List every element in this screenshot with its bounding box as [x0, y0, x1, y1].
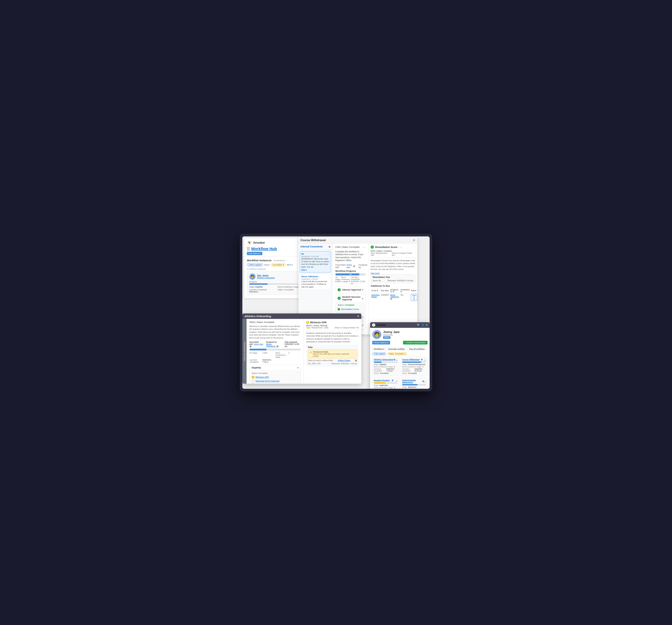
- financial-aid-chevron-btn[interactable]: ▾: [362, 324, 363, 327]
- profile-brand: J Jenzabar: [372, 323, 386, 327]
- col-todo[interactable]: To Do ⇅: [371, 288, 380, 293]
- wf-card-link-icon[interactable]: ⊞: [394, 358, 395, 361]
- remed-meta-row: Type: Requirement - Test Show in Campus …: [371, 252, 415, 256]
- person-options-btn[interactable]: Person options ▾: [372, 341, 390, 344]
- remediation-score-link[interactable]: ✓ Remediation Score: [338, 307, 363, 311]
- mgpa-status: MiGP1 | Status: Warning: [306, 324, 359, 327]
- ath-assigned: Assigned by: Minnie CMAAdmin ⊞: [266, 341, 282, 348]
- brand-name: Jenzabar: [253, 241, 265, 244]
- cw-assigned-item: Assigned by: J1WebAdmin ⊞: [359, 264, 368, 269]
- remed-received: Received: 4/16/2024, 6:44 pm: [388, 279, 413, 282]
- profile-name: Jonny Jam: [383, 330, 400, 334]
- view-to-do-btn[interactable]: View To Do: [411, 294, 417, 301]
- unexpected-data-alert: ⚠ Unexpected data Data in HS_GPA does no…: [308, 350, 357, 358]
- col-completed[interactable]: Completed ⇅: [400, 288, 410, 293]
- close-button[interactable]: ✕: [413, 238, 415, 242]
- mgpa-data-define-label: Data set used to define fields:: [308, 360, 333, 362]
- ath-stage-eligibility-header[interactable]: Eligibility ▾: [249, 365, 301, 371]
- more-filters-btn[interactable]: More ▾: [287, 264, 293, 266]
- comment-text-1: @CMAAdmin, Minnie:We need to follow up w…: [301, 258, 329, 269]
- associate-workflow-btn[interactable]: Associate workflow: [387, 347, 407, 351]
- comment-more-btn-1[interactable]: More ▾: [301, 269, 307, 271]
- hub-title[interactable]: Workflow Hub: [251, 247, 277, 251]
- stage-advisor-header[interactable]: ✓ Advisor Approval ▾: [335, 287, 365, 293]
- stage-student-success-content: Status: Complete ✓ Remediation Score: [335, 302, 365, 312]
- profile-brand-name: Jenzabar: [377, 324, 386, 326]
- coach-chevron-btn[interactable]: ▾: [362, 316, 363, 318]
- remed-test-row: Score: 85 Received: 4/16/2024, 6:44 pm: [373, 279, 413, 282]
- jenzabar-profile-logo-icon: J: [372, 323, 375, 327]
- mgpa-title-row: ! Minimum GPA: [306, 321, 359, 324]
- eligibility-chevron[interactable]: ▾: [297, 366, 298, 369]
- profile-wf-resident-progress-bar: [374, 382, 398, 384]
- wf-card-menu-2[interactable]: ⋯: [424, 358, 426, 361]
- ic-collapse-btn[interactable]: ◀: [328, 245, 330, 248]
- last-item-label: Last item completed: 4/16/2024, 10:45 pm: [351, 276, 365, 284]
- view-all-workflows-btn[interactable]: View all workflows: [407, 347, 426, 351]
- ath-progress-fill: [249, 349, 266, 350]
- remed-check-icon: ✓: [371, 246, 374, 249]
- profile-wf-undergrad-fill: [402, 384, 417, 386]
- comment-author-1: Me: [301, 253, 304, 255]
- profile-close-button[interactable]: ✕: [426, 324, 428, 326]
- cw-more-options-btn[interactable]: ⋯: [363, 246, 365, 249]
- mingpa-link[interactable]: Minimum GPA: [256, 376, 269, 378]
- col-due-date[interactable]: Due Date: [380, 288, 389, 293]
- create-communication-btn[interactable]: + Create communication: [403, 341, 428, 344]
- ath-title: Athletics Onboarding: [244, 315, 271, 318]
- profile-filter-badge[interactable]: 1 filter applied: [372, 352, 386, 355]
- mgpa-divider: [306, 330, 359, 330]
- stage-student-success-header[interactable]: ✓ Student Success Approval ▴: [335, 294, 365, 302]
- profile-user-button[interactable]: 👤: [422, 324, 424, 326]
- comment-menu-1[interactable]: ⋯: [327, 253, 330, 255]
- hub-options-button[interactable]: Hub options ▾: [247, 252, 262, 255]
- comment-menu-2[interactable]: ⋯: [327, 275, 330, 278]
- wf-card-menu-1[interactable]: ⋯: [395, 358, 398, 361]
- cw-associated-value[interactable]: Jonny Jam: [346, 264, 353, 269]
- profile-pronouns: He/Him/His: [383, 334, 400, 336]
- cw-meta-row-1: Associated with: Jonny Jam ⊞ Assigned by…: [335, 264, 365, 269]
- wf-card-menu-4[interactable]: ⋯: [424, 380, 426, 383]
- profile-wf-cw-title: Course Withdrawal ⊞ ⋯: [402, 358, 426, 361]
- wf-card-menu-3[interactable]: ⋯: [395, 379, 398, 381]
- progress-bar-container: [249, 283, 306, 285]
- wf-resident-link-icon[interactable]: ⊞: [392, 379, 393, 381]
- ath-close-btn[interactable]: ✕: [357, 315, 359, 318]
- wf-cw-link-icon[interactable]: ⊞: [421, 358, 423, 361]
- ath-meta-row: Associated with: Jonny Jam ⊞ Assigned by…: [249, 341, 301, 348]
- remed-status: ReSc | Status: Complete: [371, 250, 415, 252]
- profile-header-bar: J Jenzabar 🔍 👤 ✕: [370, 322, 430, 328]
- col-assigned-to[interactable]: Assigned To ⇅: [389, 288, 400, 293]
- filters-applied-badge[interactable]: 2 filters applied: [247, 263, 263, 267]
- avatar: 🧑: [249, 273, 256, 280]
- remed-more-options[interactable]: ⋯: [399, 246, 402, 249]
- stage-advisor-approval: ✓ Advisor Approval ▾: [335, 287, 365, 293]
- profile-wf-undergrad-title: Undergraduate Admissions ⊞ ⋯: [402, 379, 426, 383]
- ncaa-link[interactable]: Received NCAA Approval: [256, 380, 279, 382]
- status-filter-tag[interactable]: Incomplete ✕: [271, 263, 286, 267]
- todo-due-date: 4/18/2024: [380, 293, 389, 302]
- mgpa-data-define-value[interactable]: Athlete Details: [338, 360, 350, 362]
- workflows-tab[interactable]: Workflows ▾: [372, 347, 386, 351]
- workflow-progress-section: Workflow Progress 4/5 On stage: 4 of 5: [335, 270, 365, 284]
- todo-completed: Yes: [400, 293, 410, 302]
- athletics-onboarding-panel: Athletics Onboarding ✕ Internal Comments…: [242, 314, 361, 384]
- profile-wf-card-resident: Resident Student ⊞ ⋯ Stage: Application: [372, 377, 399, 389]
- wf-undergrad-link-icon[interactable]: ⊞: [423, 380, 424, 382]
- advisor-chevron-btn[interactable]: ▾: [362, 288, 363, 291]
- internal-comments-side-tab[interactable]: Internal Comments: [242, 319, 246, 384]
- todos-table: To Do ⇅ Due Date Assigned To ⇅ Completed…: [371, 288, 417, 302]
- profile-wf-resident-meta: Stage: Application Items remaining in st…: [374, 385, 398, 389]
- student-success-chevron-btn[interactable]: ▴: [362, 297, 363, 300]
- profile-wf-cw-progress-bar: [402, 362, 426, 363]
- ath-assigned-value[interactable]: Minnie CMAAdmin: [266, 343, 276, 347]
- mgpa-received: Received: 4/30/2024, 1:03 pm: [332, 363, 357, 365]
- ath-associated-value[interactable]: Jonny Jam: [254, 343, 263, 345]
- mgpa-data-define-row: Data set used to define fields: Athlete …: [308, 360, 357, 362]
- remed-view-more-btn[interactable]: View more: [371, 272, 380, 274]
- internal-comments-side-label: Internal Comments: [243, 342, 245, 361]
- wf-meta: Stage: Eligibility Items remaining in st…: [249, 286, 306, 293]
- jenzabar-logo: 🦅 Jenzabar: [247, 240, 265, 245]
- search-button[interactable]: 🔍: [417, 324, 420, 326]
- wp-bar-container: 4/5: [335, 273, 365, 275]
